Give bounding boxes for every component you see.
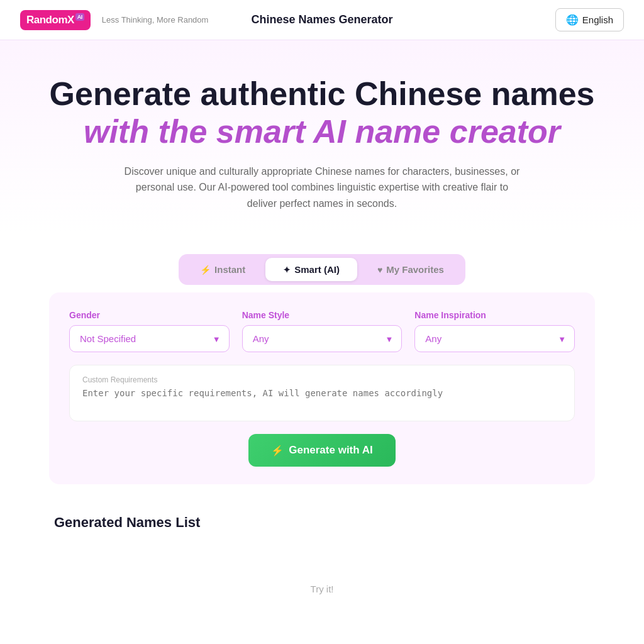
name-inspiration-select-wrapper: Any Nature Virtue Prosperity ▼: [414, 325, 575, 352]
hero-section: Generate authentic Chinese names with th…: [0, 40, 644, 231]
tab-instant[interactable]: ⚡ Instant: [182, 258, 263, 281]
logo-badge: RandomXAI: [20, 10, 91, 30]
translate-icon: 🌐: [566, 14, 579, 26]
name-style-group: Name Style Any Traditional Modern Classi…: [242, 310, 402, 352]
gender-group: Gender Not Specified Male Female ▼: [69, 310, 230, 352]
hero-headline: Generate authentic Chinese names with th…: [20, 75, 624, 151]
name-inspiration-label: Name Inspiration: [414, 310, 575, 320]
tab-favorites[interactable]: ♥ My Favorites: [360, 258, 462, 281]
logo-ai-badge: AI: [75, 13, 84, 21]
generate-icon: ⚡: [271, 445, 284, 457]
logo: RandomXAI Less Thinking, More Random: [20, 10, 208, 30]
tab-smart-label: Smart (AI): [294, 264, 340, 275]
main-card: ⚡ Instant ✦ Smart (AI) ♥ My Favorites Ge…: [39, 254, 605, 484]
generated-names-title: Generated Names List: [54, 514, 590, 531]
form-row-selects: Gender Not Specified Male Female ▼ Name …: [69, 310, 575, 352]
gender-select-wrapper: Not Specified Male Female ▼: [69, 325, 230, 352]
gender-select[interactable]: Not Specified Male Female: [69, 325, 230, 352]
custom-requirements-box: Custom Requirements: [69, 365, 575, 421]
logo-tagline: Less Thinking, More Random: [102, 15, 209, 25]
gender-label: Gender: [69, 310, 230, 320]
smart-icon: ✦: [283, 265, 291, 275]
custom-requirements-label: Custom Requirements: [82, 375, 562, 384]
generated-names-section: Generated Names List Try it!: [39, 514, 605, 644]
hero-headline-part1: Generate authentic Chinese names: [50, 75, 595, 112]
tab-smart-ai[interactable]: ✦ Smart (AI): [265, 258, 357, 281]
hero-subtitle: Discover unique and culturally appropria…: [121, 164, 523, 212]
tab-bar: ⚡ Instant ✦ Smart (AI) ♥ My Favorites: [179, 254, 465, 285]
name-style-select-wrapper: Any Traditional Modern Classic ▼: [242, 325, 402, 352]
language-button[interactable]: 🌐 English: [555, 8, 624, 31]
tab-favorites-label: My Favorites: [386, 264, 444, 275]
name-style-label: Name Style: [242, 310, 402, 320]
name-style-select[interactable]: Any Traditional Modern Classic: [242, 325, 402, 352]
generate-button[interactable]: ⚡ Generate with AI: [248, 434, 396, 467]
custom-requirements-input[interactable]: [82, 388, 562, 408]
tab-instant-label: Instant: [214, 264, 245, 275]
name-inspiration-select[interactable]: Any Nature Virtue Prosperity: [414, 325, 575, 352]
instant-icon: ⚡: [200, 265, 211, 275]
header: RandomXAI Less Thinking, More Random Chi…: [0, 0, 644, 40]
language-label: English: [582, 14, 613, 25]
try-it-text: Try it!: [54, 546, 590, 644]
form-card: Gender Not Specified Male Female ▼ Name …: [49, 292, 595, 484]
page-title: Chinese Names Generator: [251, 13, 392, 26]
name-inspiration-group: Name Inspiration Any Nature Virtue Prosp…: [414, 310, 575, 352]
favorites-icon: ♥: [377, 265, 382, 275]
hero-headline-part2: with the smart AI name creator: [84, 113, 560, 150]
generate-label: Generate with AI: [289, 444, 373, 457]
